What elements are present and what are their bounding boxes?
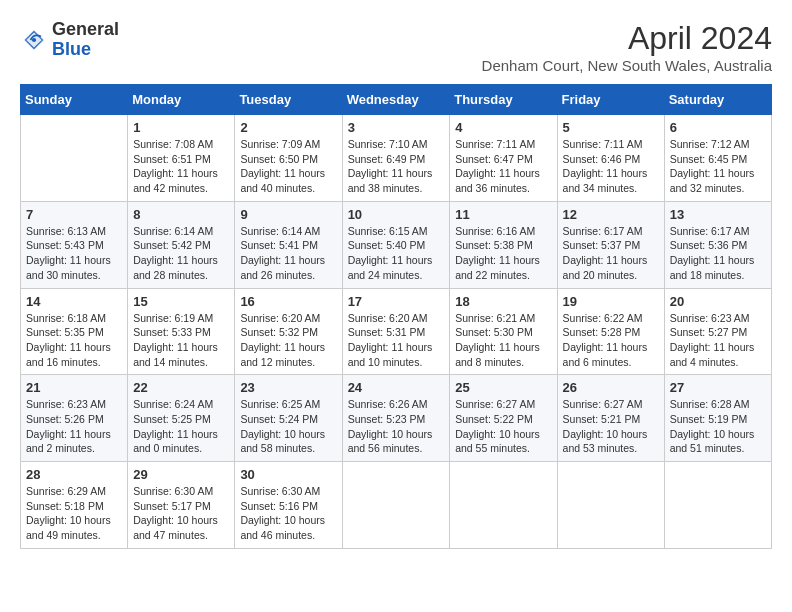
calendar-cell: 27Sunrise: 6:28 AMSunset: 5:19 PMDayligh…	[664, 375, 771, 462]
day-info: Sunrise: 6:19 AMSunset: 5:33 PMDaylight:…	[133, 311, 229, 370]
day-info: Sunrise: 7:12 AMSunset: 6:45 PMDaylight:…	[670, 137, 766, 196]
calendar-body: 1Sunrise: 7:08 AMSunset: 6:51 PMDaylight…	[21, 115, 772, 549]
day-info: Sunrise: 6:14 AMSunset: 5:42 PMDaylight:…	[133, 224, 229, 283]
week-row-2: 7Sunrise: 6:13 AMSunset: 5:43 PMDaylight…	[21, 201, 772, 288]
calendar-cell: 23Sunrise: 6:25 AMSunset: 5:24 PMDayligh…	[235, 375, 342, 462]
day-number: 30	[240, 467, 336, 482]
day-info: Sunrise: 6:21 AMSunset: 5:30 PMDaylight:…	[455, 311, 551, 370]
day-info: Sunrise: 6:20 AMSunset: 5:32 PMDaylight:…	[240, 311, 336, 370]
title-block: April 2024 Denham Court, New South Wales…	[482, 20, 772, 74]
calendar-cell: 28Sunrise: 6:29 AMSunset: 5:18 PMDayligh…	[21, 462, 128, 549]
calendar-cell: 7Sunrise: 6:13 AMSunset: 5:43 PMDaylight…	[21, 201, 128, 288]
day-number: 4	[455, 120, 551, 135]
calendar-cell: 14Sunrise: 6:18 AMSunset: 5:35 PMDayligh…	[21, 288, 128, 375]
calendar-cell	[664, 462, 771, 549]
day-number: 29	[133, 467, 229, 482]
day-number: 14	[26, 294, 122, 309]
calendar-cell: 3Sunrise: 7:10 AMSunset: 6:49 PMDaylight…	[342, 115, 450, 202]
day-info: Sunrise: 6:17 AMSunset: 5:37 PMDaylight:…	[563, 224, 659, 283]
day-number: 20	[670, 294, 766, 309]
calendar-cell: 25Sunrise: 6:27 AMSunset: 5:22 PMDayligh…	[450, 375, 557, 462]
calendar-cell	[342, 462, 450, 549]
day-info: Sunrise: 6:24 AMSunset: 5:25 PMDaylight:…	[133, 397, 229, 456]
calendar-cell: 16Sunrise: 6:20 AMSunset: 5:32 PMDayligh…	[235, 288, 342, 375]
logo-icon	[20, 26, 48, 54]
day-info: Sunrise: 6:15 AMSunset: 5:40 PMDaylight:…	[348, 224, 445, 283]
day-number: 26	[563, 380, 659, 395]
calendar-cell: 5Sunrise: 7:11 AMSunset: 6:46 PMDaylight…	[557, 115, 664, 202]
day-number: 23	[240, 380, 336, 395]
day-info: Sunrise: 7:11 AMSunset: 6:47 PMDaylight:…	[455, 137, 551, 196]
calendar-cell: 18Sunrise: 6:21 AMSunset: 5:30 PMDayligh…	[450, 288, 557, 375]
day-number: 9	[240, 207, 336, 222]
day-info: Sunrise: 7:09 AMSunset: 6:50 PMDaylight:…	[240, 137, 336, 196]
day-info: Sunrise: 7:11 AMSunset: 6:46 PMDaylight:…	[563, 137, 659, 196]
day-header-thursday: Thursday	[450, 85, 557, 115]
day-info: Sunrise: 6:16 AMSunset: 5:38 PMDaylight:…	[455, 224, 551, 283]
calendar-cell: 30Sunrise: 6:30 AMSunset: 5:16 PMDayligh…	[235, 462, 342, 549]
day-info: Sunrise: 6:27 AMSunset: 5:21 PMDaylight:…	[563, 397, 659, 456]
calendar-cell: 6Sunrise: 7:12 AMSunset: 6:45 PMDaylight…	[664, 115, 771, 202]
calendar-table: SundayMondayTuesdayWednesdayThursdayFrid…	[20, 84, 772, 549]
logo: General Blue	[20, 20, 119, 60]
calendar-cell: 13Sunrise: 6:17 AMSunset: 5:36 PMDayligh…	[664, 201, 771, 288]
day-number: 5	[563, 120, 659, 135]
calendar-cell: 19Sunrise: 6:22 AMSunset: 5:28 PMDayligh…	[557, 288, 664, 375]
calendar-cell: 10Sunrise: 6:15 AMSunset: 5:40 PMDayligh…	[342, 201, 450, 288]
calendar-cell: 4Sunrise: 7:11 AMSunset: 6:47 PMDaylight…	[450, 115, 557, 202]
calendar-cell: 2Sunrise: 7:09 AMSunset: 6:50 PMDaylight…	[235, 115, 342, 202]
day-number: 15	[133, 294, 229, 309]
day-number: 10	[348, 207, 445, 222]
day-number: 16	[240, 294, 336, 309]
logo-general-text: General	[52, 19, 119, 39]
day-number: 22	[133, 380, 229, 395]
calendar-cell: 20Sunrise: 6:23 AMSunset: 5:27 PMDayligh…	[664, 288, 771, 375]
day-number: 12	[563, 207, 659, 222]
day-info: Sunrise: 6:30 AMSunset: 5:16 PMDaylight:…	[240, 484, 336, 543]
day-number: 21	[26, 380, 122, 395]
calendar-cell: 11Sunrise: 6:16 AMSunset: 5:38 PMDayligh…	[450, 201, 557, 288]
day-info: Sunrise: 7:08 AMSunset: 6:51 PMDaylight:…	[133, 137, 229, 196]
calendar-cell	[21, 115, 128, 202]
calendar-cell: 15Sunrise: 6:19 AMSunset: 5:33 PMDayligh…	[128, 288, 235, 375]
calendar-cell: 8Sunrise: 6:14 AMSunset: 5:42 PMDaylight…	[128, 201, 235, 288]
day-info: Sunrise: 6:26 AMSunset: 5:23 PMDaylight:…	[348, 397, 445, 456]
page-header: General Blue April 2024 Denham Court, Ne…	[20, 20, 772, 74]
logo-blue-text: Blue	[52, 39, 91, 59]
day-info: Sunrise: 6:29 AMSunset: 5:18 PMDaylight:…	[26, 484, 122, 543]
day-number: 8	[133, 207, 229, 222]
day-info: Sunrise: 7:10 AMSunset: 6:49 PMDaylight:…	[348, 137, 445, 196]
day-number: 17	[348, 294, 445, 309]
day-info: Sunrise: 6:13 AMSunset: 5:43 PMDaylight:…	[26, 224, 122, 283]
svg-point-2	[32, 38, 36, 42]
week-row-3: 14Sunrise: 6:18 AMSunset: 5:35 PMDayligh…	[21, 288, 772, 375]
calendar-cell: 9Sunrise: 6:14 AMSunset: 5:41 PMDaylight…	[235, 201, 342, 288]
day-info: Sunrise: 6:28 AMSunset: 5:19 PMDaylight:…	[670, 397, 766, 456]
calendar-subtitle: Denham Court, New South Wales, Australia	[482, 57, 772, 74]
day-number: 18	[455, 294, 551, 309]
day-header-monday: Monday	[128, 85, 235, 115]
calendar-cell: 26Sunrise: 6:27 AMSunset: 5:21 PMDayligh…	[557, 375, 664, 462]
calendar-title: April 2024	[482, 20, 772, 57]
day-number: 13	[670, 207, 766, 222]
day-info: Sunrise: 6:22 AMSunset: 5:28 PMDaylight:…	[563, 311, 659, 370]
day-info: Sunrise: 6:30 AMSunset: 5:17 PMDaylight:…	[133, 484, 229, 543]
calendar-cell: 1Sunrise: 7:08 AMSunset: 6:51 PMDaylight…	[128, 115, 235, 202]
day-number: 24	[348, 380, 445, 395]
calendar-cell: 17Sunrise: 6:20 AMSunset: 5:31 PMDayligh…	[342, 288, 450, 375]
day-header-wednesday: Wednesday	[342, 85, 450, 115]
calendar-cell	[450, 462, 557, 549]
calendar-cell: 22Sunrise: 6:24 AMSunset: 5:25 PMDayligh…	[128, 375, 235, 462]
day-header-saturday: Saturday	[664, 85, 771, 115]
day-info: Sunrise: 6:18 AMSunset: 5:35 PMDaylight:…	[26, 311, 122, 370]
day-number: 2	[240, 120, 336, 135]
day-number: 27	[670, 380, 766, 395]
day-number: 7	[26, 207, 122, 222]
day-info: Sunrise: 6:23 AMSunset: 5:27 PMDaylight:…	[670, 311, 766, 370]
day-info: Sunrise: 6:20 AMSunset: 5:31 PMDaylight:…	[348, 311, 445, 370]
calendar-cell: 21Sunrise: 6:23 AMSunset: 5:26 PMDayligh…	[21, 375, 128, 462]
logo-text: General Blue	[52, 20, 119, 60]
day-info: Sunrise: 6:27 AMSunset: 5:22 PMDaylight:…	[455, 397, 551, 456]
day-header-sunday: Sunday	[21, 85, 128, 115]
day-header-tuesday: Tuesday	[235, 85, 342, 115]
